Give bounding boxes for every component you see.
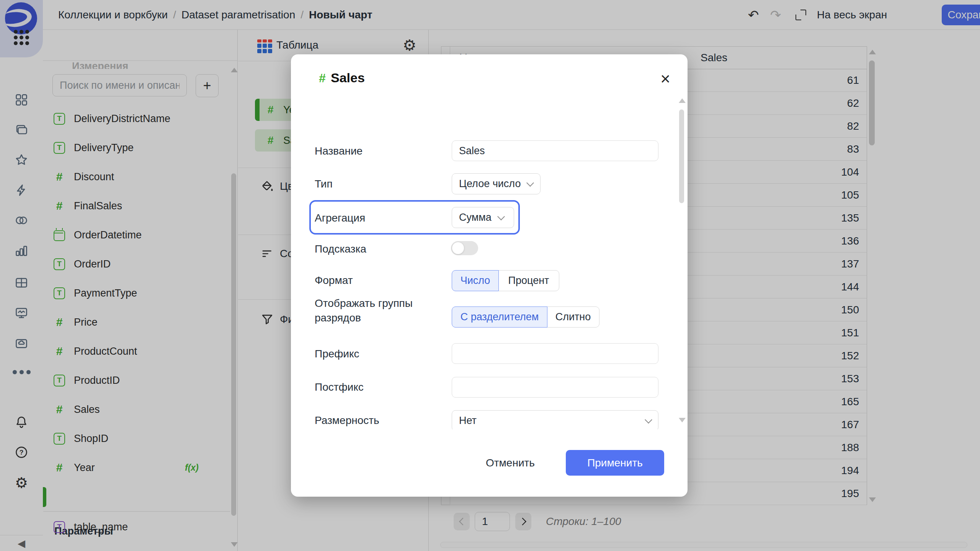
prefix-label: Префикс (315, 348, 359, 360)
digit-groups-option-С разделителем[interactable]: С разделителем (452, 306, 547, 328)
postfix-label: Постфикс (315, 381, 364, 393)
format-option-Процент[interactable]: Процент (498, 270, 559, 291)
hash-icon: # (319, 71, 326, 85)
type-select[interactable]: Целое число (452, 173, 541, 194)
chevron-down-icon (497, 213, 505, 220)
prefix-input[interactable] (452, 343, 658, 364)
close-icon[interactable]: × (657, 70, 674, 87)
format-label: Формат (315, 274, 353, 287)
name-label: Название (315, 145, 363, 157)
field-settings-dialog: # Sales × Название Тип Целое число Агрег… (291, 54, 688, 497)
format-option-Число[interactable]: Число (452, 270, 499, 291)
name-input[interactable] (452, 140, 658, 161)
chevron-down-icon (527, 179, 534, 187)
dimension-select-value: Нет (459, 415, 477, 427)
dimension-label: Размерность (315, 414, 379, 427)
cancel-button[interactable]: Отменить (482, 450, 538, 476)
aggregation-select-value: Сумма (459, 212, 492, 223)
digit-groups-option-Слитно[interactable]: Слитно (547, 306, 599, 328)
format-segmented-control: ЧислоПроцент (452, 270, 559, 291)
type-select-value: Целое число (459, 178, 521, 190)
digit-groups-label: Отображать группы (315, 297, 413, 310)
aggregation-select[interactable]: Сумма (452, 207, 514, 228)
dialog-scrollbar-thumb[interactable] (679, 109, 684, 203)
digit-groups-label-line2: разрядов (315, 312, 361, 324)
dialog-scrollbar-up-arrow[interactable] (679, 98, 686, 103)
dimension-select[interactable]: Нет (452, 410, 658, 429)
type-label: Тип (315, 178, 333, 190)
chevron-down-icon (645, 416, 652, 424)
dialog-body: Название Тип Целое число Агрегация Сумма… (291, 92, 678, 429)
dialog-title: Sales (331, 70, 365, 85)
tooltip-toggle[interactable] (451, 241, 478, 255)
aggregation-label: Агрегация (315, 212, 365, 224)
tooltip-label: Подсказка (315, 243, 366, 255)
apply-button[interactable]: Применить (566, 450, 664, 476)
postfix-input[interactable] (452, 377, 658, 398)
dialog-scrollbar-down-arrow[interactable] (679, 418, 686, 422)
digit-groups-segmented-control: С разделителемСлитно (452, 306, 599, 328)
